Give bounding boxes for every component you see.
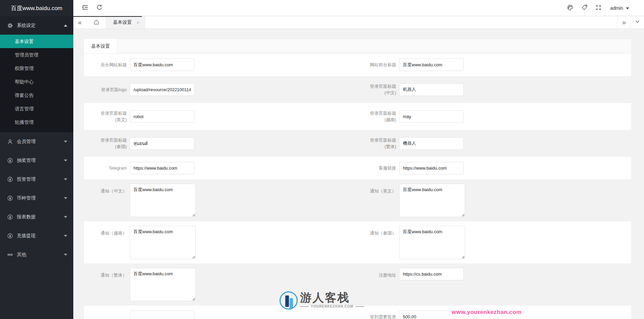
sidebar-group[interactable]: 充值提现	[0, 226, 73, 245]
sidebar-group[interactable]: 报表数据	[0, 208, 73, 226]
tab-bar: « 基本设置 × »	[73, 16, 644, 29]
field-label: 注册地址	[351, 268, 396, 278]
caret-down-icon	[64, 216, 67, 218]
tab-basic-settings[interactable]: 基本设置 ×	[106, 16, 145, 29]
field-label: Telegram	[84, 165, 127, 171]
sidebar-item[interactable]: 帮助中心	[0, 75, 73, 88]
chevron-down-icon	[626, 7, 629, 9]
form-row: 签到需要投资	[84, 306, 631, 319]
site-title: 百度www.baidu.com	[0, 0, 73, 16]
field-label: 登录页面标题(越南)	[351, 110, 396, 123]
form-input[interactable]	[130, 59, 194, 71]
sidebar-group[interactable]: 币种管理	[0, 189, 73, 208]
sidebar-item[interactable]: 管理员管理	[0, 48, 73, 62]
form-input[interactable]	[399, 110, 464, 123]
admin-app: 百度www.baidu.com 系统设定基本设置管理员管理权限管理帮助中心弹窗公…	[0, 0, 644, 319]
yen-icon	[7, 157, 13, 164]
username: admin	[610, 5, 623, 11]
sidebar-item[interactable]: 弹窗公告	[0, 88, 73, 102]
sidebar-group[interactable]: 投资管理	[0, 170, 73, 189]
sidebar-item[interactable]: 语言管理	[0, 102, 73, 115]
chevron-down-icon	[635, 19, 640, 26]
sidebar: 百度www.baidu.com 系统设定基本设置管理员管理权限管理帮助中心弹窗公…	[0, 0, 73, 319]
tag-button[interactable]	[577, 0, 592, 16]
caret-up-icon	[64, 25, 67, 27]
yen-icon	[7, 233, 13, 239]
theme-button[interactable]	[563, 0, 577, 16]
sidebar-group[interactable]: 会员管理	[0, 132, 73, 151]
form-input[interactable]	[399, 83, 464, 96]
yen-icon	[7, 195, 13, 201]
field-label: 通知（泰国）	[351, 226, 396, 236]
fullscreen-button[interactable]	[592, 0, 606, 16]
content-area: 基本设置 后台网站标题网站前台标题登录页面logo登录页面标题(中文)登录页面标…	[73, 29, 644, 319]
settings-panel: 基本设置 后台网站标题网站前台标题登录页面logo登录页面标题(中文)登录页面标…	[84, 39, 631, 319]
tag-icon	[581, 4, 588, 12]
caret-down-icon	[64, 235, 67, 237]
form-input[interactable]	[399, 59, 464, 71]
form-row: 通知（中文）通知（英文）	[84, 179, 631, 221]
form-input[interactable]	[130, 137, 194, 150]
form-input[interactable]	[130, 83, 194, 96]
field-label: 登录页面标题(泰国)	[84, 137, 127, 150]
refresh-button[interactable]	[92, 0, 106, 16]
main-column: admin « 基本设置 × »	[73, 0, 644, 319]
form-row: 登录页面logo登录页面标题(中文)	[84, 76, 631, 103]
tab-label: 基本设置	[113, 20, 132, 26]
sidebar-item[interactable]: 权限管理	[0, 62, 73, 75]
sidebar-group[interactable]: 其他	[0, 245, 73, 264]
field-label: 客服链接	[351, 165, 396, 171]
field-label: 后台网站标题	[84, 62, 127, 68]
field-label: 通知（中文）	[84, 184, 127, 194]
form-row: Telegram客服链接	[84, 157, 631, 179]
field-label: 通知（繁体）	[84, 268, 127, 278]
settings-form: 后台网站标题网站前台标题登录页面logo登录页面标题(中文)登录页面标题(英文)…	[84, 54, 631, 319]
form-input[interactable]	[399, 311, 464, 319]
form-textarea[interactable]	[399, 184, 465, 217]
infinity-icon	[7, 252, 13, 258]
form-row: 登录页面标题(泰国)登录页面标题(繁体)	[84, 130, 631, 157]
form-textarea[interactable]	[399, 226, 465, 259]
field-label: 通知（越南）	[84, 226, 127, 236]
form-input[interactable]	[130, 311, 194, 319]
form-input[interactable]	[130, 110, 194, 123]
tabs-more-button[interactable]: »	[617, 16, 631, 29]
form-row: 通知（繁体）注册地址	[84, 263, 631, 306]
yen-icon	[7, 214, 13, 220]
form-row: 通知（越南）通知（泰国）	[84, 221, 631, 263]
refresh-icon	[96, 4, 103, 12]
tabs-dropdown-button[interactable]	[631, 16, 644, 29]
form-input[interactable]	[399, 162, 464, 174]
form-input[interactable]	[130, 162, 194, 174]
sidebar-menu: 系统设定基本设置管理员管理权限管理帮助中心弹窗公告语言管理轮播管理会员管理抽奖管…	[0, 16, 73, 264]
form-input[interactable]	[399, 137, 464, 150]
form-input[interactable]	[399, 268, 464, 280]
field-label: 登录页面logo	[84, 86, 127, 93]
panel-tab-basic-settings[interactable]: 基本设置	[84, 39, 117, 53]
sidebar-group[interactable]: 抽奖管理	[0, 151, 73, 170]
form-textarea[interactable]	[130, 268, 196, 301]
palette-icon	[567, 4, 574, 12]
sidebar-item[interactable]: 基本设置	[0, 35, 73, 48]
form-row: 登录页面标题(英文)登录页面标题(越南)	[84, 103, 631, 130]
sidebar-toggle-button[interactable]	[78, 0, 92, 16]
caret-down-icon	[64, 178, 67, 180]
form-textarea[interactable]	[130, 184, 196, 217]
user-icon	[7, 139, 13, 145]
caret-down-icon	[64, 254, 67, 256]
user-menu[interactable]: admin	[610, 5, 629, 11]
field-label: 签到需要投资	[351, 314, 396, 319]
form-row: 后台网站标题网站前台标题	[84, 54, 631, 76]
field-label: 登录页面标题(英文)	[84, 110, 127, 123]
topbar: admin	[73, 0, 644, 16]
home-tab-button[interactable]	[87, 16, 106, 29]
fullscreen-icon	[595, 4, 602, 12]
close-icon[interactable]: ×	[137, 20, 140, 25]
tabs-scroll-left-button[interactable]: «	[73, 16, 87, 29]
form-textarea[interactable]	[130, 226, 196, 259]
sidebar-toggle-icon	[81, 4, 89, 12]
field-label: 通知（英文）	[351, 184, 396, 194]
sidebar-group-system-settings[interactable]: 系统设定	[0, 16, 73, 35]
gear-icon	[7, 23, 13, 29]
sidebar-item[interactable]: 轮播管理	[0, 115, 73, 129]
